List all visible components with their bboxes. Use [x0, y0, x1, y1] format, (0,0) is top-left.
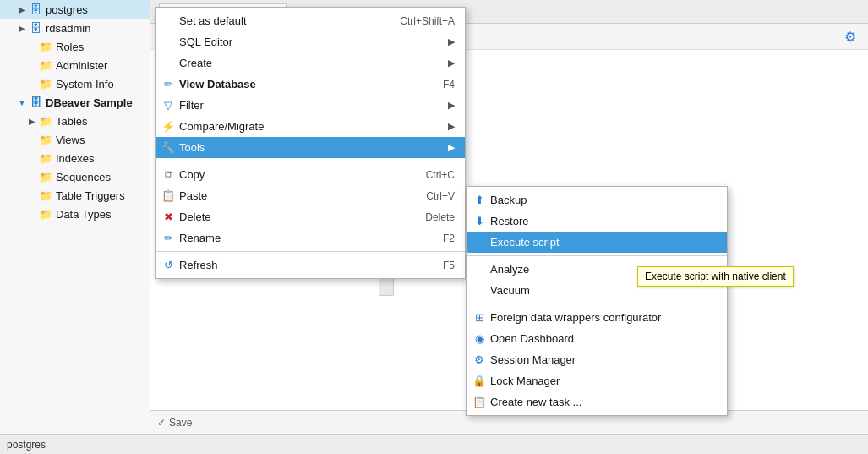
arrow-spacer — [27, 153, 37, 163]
submenu-item-foreign-data[interactable]: ⊞ Foreign data wrappers configurator — [467, 307, 727, 328]
sidebar-item-system-info[interactable]: 📁 System Info — [0, 74, 150, 93]
folder-teal-icon: 📁 — [39, 133, 52, 146]
restore-icon: ⬇ — [472, 215, 487, 227]
submenu-arrow-icon: ▶ — [448, 121, 455, 132]
menu-shortcut: F4 — [443, 79, 455, 90]
paste-icon: 📋 — [161, 189, 176, 202]
sidebar-item-views[interactable]: 📁 Views — [0, 130, 150, 149]
menu-shortcut: Ctrl+C — [426, 169, 455, 181]
menu-item-filter[interactable]: ▽ Filter ▶ — [156, 95, 465, 116]
db-icon: 🗄 — [29, 3, 42, 16]
submenu-item-restore[interactable]: ⬇ Restore — [467, 211, 727, 232]
menu-label: Backup — [490, 194, 717, 206]
folder-icon: 📁 — [39, 189, 52, 202]
menu-label: Tools — [179, 141, 441, 154]
menu-label: Create new task ... — [490, 396, 717, 408]
menu-item-paste[interactable]: 📋 Paste Ctrl+V — [156, 185, 465, 206]
sidebar-item-label: postgres — [46, 3, 88, 16]
menu-label: Open Dashboard — [490, 332, 717, 345]
menu-item-create[interactable]: Create ▶ — [156, 52, 465, 74]
menu-label: Delete — [179, 211, 408, 223]
sidebar-item-label: Roles — [56, 41, 84, 53]
rename-icon: ✏ — [161, 232, 176, 244]
status-text: postgres — [7, 439, 46, 451]
filter-settings-icon[interactable]: ⚙ — [841, 27, 860, 46]
folder-icon: 📁 — [39, 151, 52, 165]
sidebar-item-label: rdsadmin — [46, 22, 90, 35]
menu-item-rename[interactable]: ✏ Rename F2 — [156, 227, 465, 249]
menu-item-refresh[interactable]: ↺ Refresh F5 — [156, 254, 465, 276]
menu-shortcut: Ctrl+Shift+A — [400, 15, 455, 27]
submenu-item-backup[interactable]: ⬆ Backup — [467, 189, 727, 211]
menu-label: Copy — [179, 168, 409, 181]
menu-label: Refresh — [179, 259, 426, 271]
menu-item-view-database[interactable]: ✏ View Database F4 — [156, 74, 465, 95]
arrow-spacer — [27, 172, 37, 182]
copy-icon: ⧉ — [161, 168, 176, 182]
sidebar-item-tables[interactable]: ▶ 📁 Tables — [0, 112, 150, 130]
delete-icon: ✖ — [161, 211, 176, 223]
sidebar-item-indexes[interactable]: 📁 Indexes — [0, 149, 150, 167]
submenu-item-execute-script[interactable]: Execute script — [467, 232, 727, 253]
sidebar-item-label: Tables — [56, 115, 88, 128]
sidebar-item-sequences[interactable]: 📁 Sequences — [0, 167, 150, 186]
tooltip-text: Execute script with native client — [645, 271, 786, 282]
menu-shortcut: Delete — [425, 211, 455, 223]
sidebar-item-label: Table Triggers — [56, 189, 125, 202]
menu-item-set-default[interactable]: Set as default Ctrl+Shift+A — [156, 10, 465, 31]
tools-icon: 🔧 — [161, 141, 176, 154]
sidebar-item-rdsadmin[interactable]: ▶ 🗄 rdsadmin — [0, 19, 150, 37]
db-icon: 🗄 — [29, 21, 42, 35]
menu-shortcut: F5 — [443, 260, 455, 271]
folder-icon: 📁 — [39, 170, 52, 183]
arrow-icon: ▼ — [17, 97, 27, 107]
dashboard-icon: ◉ — [472, 332, 487, 345]
arrow-spacer — [27, 209, 37, 219]
sidebar-item-data-types[interactable]: 📁 Data Types — [0, 205, 150, 223]
menu-item-delete[interactable]: ✖ Delete Delete — [156, 206, 465, 227]
sidebar-item-postgres[interactable]: ▶ 🗄 postgres — [0, 0, 150, 19]
submenu-item-open-dashboard[interactable]: ◉ Open Dashboard — [467, 328, 727, 349]
submenu-arrow-icon: ▶ — [448, 57, 455, 68]
refresh-icon: ↺ — [161, 259, 176, 271]
menu-separator — [156, 251, 465, 252]
sidebar-item-label: System Info — [56, 78, 114, 90]
tooltip: Execute script with native client — [637, 266, 794, 287]
menu-item-compare-migrate[interactable]: ⚡ Compare/Migrate ▶ — [156, 116, 465, 137]
save-icon: ✓ — [157, 417, 166, 429]
sidebar-item-label: Indexes — [56, 152, 95, 165]
sidebar-item-administer[interactable]: 📁 Administer — [0, 56, 150, 74]
menu-label: SQL Editor — [179, 36, 441, 48]
tools-submenu: ⬆ Backup ⬇ Restore Execute script Analyz… — [466, 186, 728, 416]
submenu-item-lock-manager[interactable]: 🔒 Lock Manager — [467, 370, 727, 391]
menu-label: Execute script — [490, 236, 717, 249]
save-button[interactable]: ✓ Save — [157, 417, 192, 429]
folder-icon: 📁 — [39, 77, 52, 90]
menu-item-tools[interactable]: 🔧 Tools ▶ — [156, 137, 465, 158]
menu-item-copy[interactable]: ⧉ Copy Ctrl+C — [156, 164, 465, 185]
arrow-spacer — [27, 134, 37, 145]
sidebar-item-label: Views — [56, 134, 85, 146]
menu-label: Create — [179, 57, 441, 69]
sidebar-item-label: Data Types — [56, 208, 112, 221]
menu-label: Lock Manager — [490, 375, 717, 387]
session-icon: ⚙ — [472, 353, 487, 366]
menu-label: Paste — [179, 189, 409, 202]
folder-icon: 📁 — [39, 40, 52, 53]
sidebar-item-table-triggers[interactable]: 📁 Table Triggers — [0, 186, 150, 205]
submenu-item-session-manager[interactable]: ⚙ Session Manager — [467, 349, 727, 370]
sidebar-item-dbeaver-sample[interactable]: ▼ 🗄 DBeaver Sample — [0, 93, 150, 112]
submenu-arrow-icon: ▶ — [448, 100, 455, 111]
sidebar-item-label: Sequences — [56, 171, 111, 183]
lock-icon: 🔒 — [472, 375, 487, 387]
menu-shortcut: F2 — [443, 232, 455, 244]
pencil-icon: ✏ — [161, 78, 176, 90]
folder-icon: 📁 — [39, 207, 52, 221]
compare-icon: ⚡ — [161, 120, 176, 133]
sidebar-item-roles[interactable]: 📁 Roles — [0, 37, 150, 56]
grid-icon: ⊞ — [472, 311, 487, 324]
sidebar: ▶ 🗄 postgres ▶ 🗄 rdsadmin 📁 Roles 📁 Admi… — [0, 0, 150, 454]
menu-item-sql-editor[interactable]: SQL Editor ▶ — [156, 31, 465, 52]
menu-label: Compare/Migrate — [179, 120, 441, 133]
submenu-item-create-task[interactable]: 📋 Create new task ... — [467, 391, 727, 413]
